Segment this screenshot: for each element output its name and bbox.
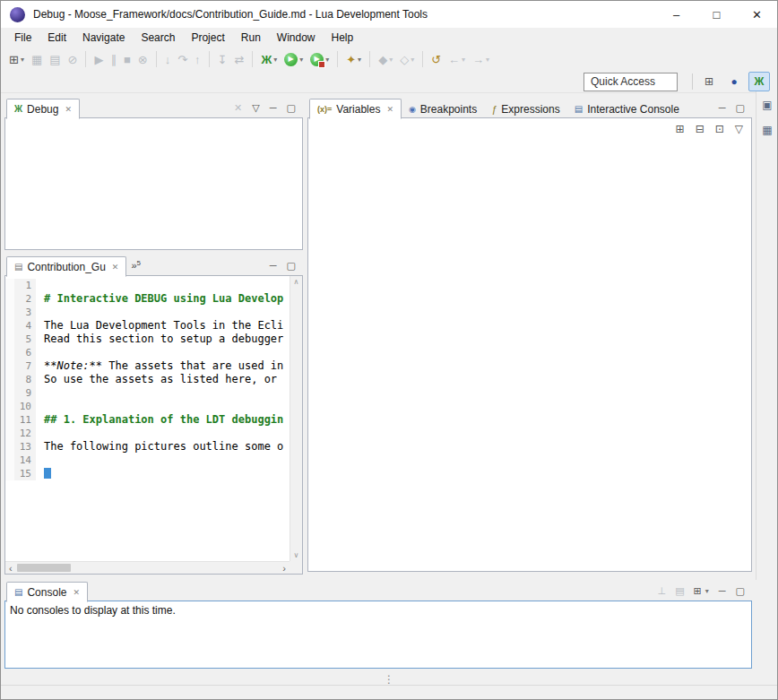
- tab-close-icon[interactable]: ✕: [386, 105, 393, 114]
- dropdown-arrow-icon[interactable]: ▾: [389, 56, 393, 64]
- menu-window[interactable]: Window: [269, 29, 324, 47]
- dropdown-arrow-icon[interactable]: ▾: [411, 56, 414, 64]
- menu-help[interactable]: Help: [324, 29, 362, 47]
- tab-variables[interactable]: (x)=Variables✕: [309, 99, 402, 119]
- open-console-button[interactable]: ⊞▾: [694, 585, 709, 597]
- editor-line[interactable]: 14: [5, 454, 290, 467]
- step-over-button[interactable]: ↷: [175, 49, 190, 69]
- tab-debug[interactable]: Ж Debug ✕: [6, 99, 80, 119]
- previous-annotation-button[interactable]: ◇▾: [397, 49, 417, 69]
- print-button[interactable]: ▤: [47, 49, 63, 69]
- display-selected-console-button[interactable]: ▤: [675, 585, 684, 597]
- menu-run[interactable]: Run: [233, 29, 269, 47]
- editor-line[interactable]: 8So use the assets as listed here, or: [5, 373, 290, 386]
- editor-line[interactable]: 10: [5, 400, 290, 413]
- tab-breakpoints[interactable]: ◉Breakpoints: [402, 99, 484, 118]
- sash-drag-handle[interactable]: ⋮: [384, 673, 394, 686]
- show-logical-structure-button[interactable]: ⊞: [676, 123, 685, 135]
- tab-close-icon[interactable]: ✕: [112, 263, 119, 272]
- editor-line[interactable]: 4The Lua Development Tools in the Ecli: [5, 319, 290, 333]
- skip-all-breakpoints-button[interactable]: ⊘: [65, 49, 81, 69]
- tab-console[interactable]: ▤ Console ✕: [6, 582, 88, 602]
- editor-tab-overflow[interactable]: » 5: [126, 258, 145, 276]
- drop-to-frame-button[interactable]: ↧: [215, 49, 230, 69]
- tab-close-icon[interactable]: ✕: [65, 105, 72, 114]
- forward-button[interactable]: →▾: [470, 49, 492, 69]
- maximize-view-icon[interactable]: ▢: [287, 260, 296, 272]
- tab-close-icon[interactable]: ✕: [73, 588, 80, 597]
- dropdown-arrow-icon[interactable]: ▾: [358, 56, 361, 64]
- editor-line[interactable]: 2# Interactive DEBUG using Lua Develop: [5, 292, 290, 306]
- tab-expressions[interactable]: ƒExpressions: [484, 99, 567, 118]
- search-button[interactable]: ✦▾: [343, 49, 364, 69]
- new-wizard-button[interactable]: ⊞▾: [6, 49, 27, 69]
- minimize-view-icon[interactable]: ─: [270, 102, 277, 113]
- run-button[interactable]: ▶▾: [281, 49, 306, 69]
- suspend-button[interactable]: ∥: [108, 49, 119, 69]
- remove-all-terminated-button[interactable]: ✕: [234, 102, 242, 114]
- open-perspective-button[interactable]: ⊞: [698, 72, 720, 91]
- window-close-button[interactable]: ✕: [737, 1, 777, 28]
- quick-access-input[interactable]: Quick Access: [584, 73, 678, 91]
- restore-minimized-view-1-button[interactable]: ▣: [762, 99, 772, 111]
- step-into-button[interactable]: ↓: [162, 49, 174, 69]
- editor-line[interactable]: 15: [5, 467, 290, 480]
- dropdown-arrow-icon[interactable]: ▾: [273, 56, 277, 64]
- editor-line[interactable]: 6: [5, 346, 290, 359]
- editor-line[interactable]: 12: [5, 427, 290, 440]
- editor-line[interactable]: 11## 1. Explanation of the LDT debuggin: [5, 413, 290, 427]
- editor-line[interactable]: 1: [5, 279, 290, 292]
- scroll-down-icon[interactable]: ∨: [294, 551, 299, 559]
- tab-interactive-console[interactable]: ▤Interactive Console: [567, 99, 687, 118]
- dropdown-arrow-icon[interactable]: ▾: [21, 56, 24, 64]
- minimize-view-icon[interactable]: ─: [270, 260, 277, 271]
- maximize-view-icon[interactable]: ▢: [736, 585, 745, 597]
- scroll-up-icon[interactable]: ∧: [294, 278, 299, 286]
- next-annotation-button[interactable]: ◆▾: [376, 49, 395, 69]
- editor-vertical-scrollbar[interactable]: ∧ ∨: [290, 276, 302, 561]
- step-return-button[interactable]: ↑: [192, 49, 203, 69]
- collapse-all-button[interactable]: ⊟: [696, 123, 705, 135]
- window-maximize-button[interactable]: □: [696, 1, 737, 28]
- scrollbar-thumb[interactable]: [17, 564, 71, 572]
- last-edit-location-button[interactable]: ↺: [428, 49, 444, 69]
- pin-view-button[interactable]: ⊡: [715, 123, 724, 135]
- terminate-button[interactable]: ■: [121, 49, 134, 69]
- editor-line[interactable]: 7**Note:** The assets that are used in: [5, 359, 290, 373]
- editor-line[interactable]: 9: [5, 386, 290, 400]
- editor-line[interactable]: 13The following pictures outline some o: [5, 440, 290, 454]
- minimize-view-icon[interactable]: ─: [719, 102, 726, 113]
- maximize-view-icon[interactable]: ▢: [736, 102, 745, 114]
- restore-minimized-view-2-button[interactable]: ▦: [762, 124, 772, 136]
- use-step-filters-button[interactable]: ⇄: [232, 49, 247, 69]
- menu-edit[interactable]: Edit: [39, 29, 74, 47]
- window-minimize-button[interactable]: –: [656, 1, 696, 28]
- scroll-left-icon[interactable]: ‹: [9, 563, 13, 574]
- view-menu-icon[interactable]: ▽: [252, 102, 259, 114]
- ldt-perspective-button[interactable]: ●: [723, 72, 745, 91]
- dropdown-arrow-icon[interactable]: ▾: [299, 56, 303, 64]
- minimize-view-icon[interactable]: ─: [719, 585, 726, 596]
- debug-perspective-button[interactable]: Ж: [748, 72, 770, 91]
- maximize-view-icon[interactable]: ▢: [287, 102, 296, 114]
- pin-console-button[interactable]: ⊥: [658, 585, 667, 597]
- menu-navigate[interactable]: Navigate: [74, 29, 133, 47]
- menu-search[interactable]: Search: [133, 29, 183, 47]
- back-button[interactable]: ←▾: [445, 49, 468, 69]
- editor-code[interactable]: 12# Interactive DEBUG using Lua Develop3…: [5, 276, 290, 561]
- save-button[interactable]: ▦: [29, 49, 45, 69]
- editor-line[interactable]: 5Read this section to setup a debugger: [5, 333, 290, 346]
- resume-button[interactable]: ▶: [91, 49, 106, 69]
- debug-button[interactable]: Ж▾: [258, 49, 280, 69]
- view-menu-button[interactable]: ▽: [735, 123, 743, 135]
- editor-line[interactable]: 3: [5, 306, 290, 319]
- disconnect-button[interactable]: ⊗: [135, 49, 151, 69]
- editor-horizontal-scrollbar[interactable]: ‹ ›: [5, 561, 290, 574]
- dropdown-arrow-icon[interactable]: ▾: [462, 56, 465, 64]
- external-tools-button[interactable]: ▶▾: [307, 49, 332, 69]
- tab-contribution-guide[interactable]: ▤ Contribution_Gu ✕: [6, 256, 126, 277]
- menu-file[interactable]: File: [6, 29, 39, 47]
- dropdown-arrow-icon[interactable]: ▾: [325, 56, 329, 64]
- scroll-right-icon[interactable]: ›: [282, 563, 286, 574]
- dropdown-arrow-icon[interactable]: ▾: [486, 56, 489, 64]
